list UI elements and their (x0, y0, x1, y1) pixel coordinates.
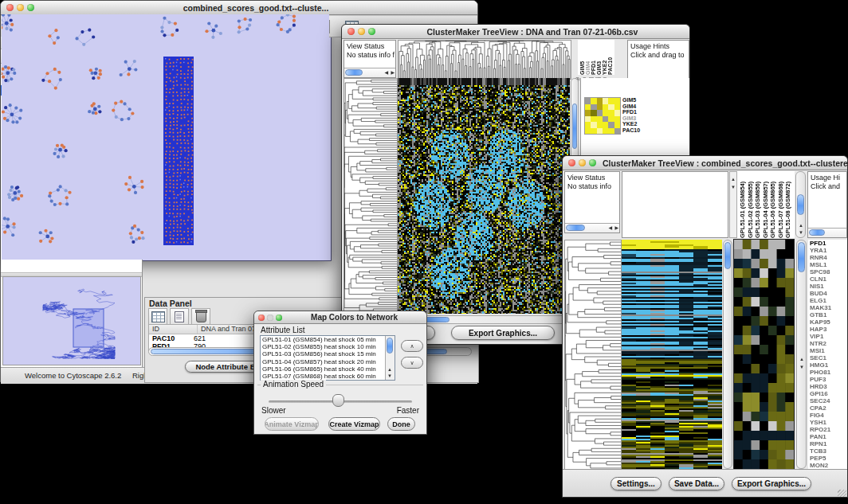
network-overview-panel[interactable] (2, 276, 141, 365)
view-status-text: No status info (567, 182, 611, 190)
treeview-action-button[interactable]: Settings... (610, 477, 662, 490)
genelist-vscrollbar[interactable]: ▲ ▼ (796, 240, 807, 469)
attribute-item[interactable]: GPL51-07 (GSM868) heat shock 60 min (261, 373, 395, 380)
attribute-item[interactable]: GPL51-02 (GSM855) heat shock 10 min (261, 343, 395, 350)
scroll-up-icon[interactable]: ▲ (799, 357, 804, 362)
minimize-button[interactable] (267, 315, 273, 321)
scroll-up-icon[interactable]: ▲ (731, 177, 736, 182)
network-overview-canvas[interactable] (3, 277, 139, 363)
new-attribute-button[interactable] (170, 308, 189, 326)
scroll-right-icon[interactable]: ▶ (614, 225, 618, 231)
status-scrollbar[interactable]: ◀ ▶ (565, 223, 619, 232)
minimize-button[interactable] (358, 28, 365, 35)
dialog-title: Map Colors to Network (282, 313, 426, 322)
scroll-right-icon[interactable]: ▶ (391, 70, 395, 76)
treeview-action-button[interactable]: Export Graphics... (451, 326, 555, 340)
zoom-button[interactable] (276, 315, 282, 321)
attribute-item[interactable]: GPL51-01 (GSM854) heat shock 05 min (261, 336, 395, 343)
close-button[interactable] (258, 315, 265, 321)
matrix-cell (608, 128, 614, 135)
matrix-cell (603, 122, 608, 128)
zoom-button[interactable] (368, 28, 375, 35)
hints-scrollbar[interactable] (808, 228, 846, 237)
matrix-cell (591, 122, 596, 128)
scroll-up-icon[interactable]: ▲ (799, 223, 803, 229)
view-status-panel: View Status No status info f ◀ ▶ (344, 40, 396, 78)
matrix-cell (603, 104, 608, 111)
column-dendrogram[interactable] (398, 40, 571, 80)
gene-label: GIM3 (622, 115, 640, 122)
scroll-down-icon[interactable]: ▼ (799, 365, 804, 370)
id-column-header[interactable]: ID (149, 325, 198, 334)
attribute-listbox[interactable]: GPL51-01 (GSM854) heat shock 05 minGPL51… (260, 335, 395, 381)
matrix-cell (591, 98, 596, 104)
status-scrollbar[interactable]: ◀ ▶ (344, 68, 395, 77)
gene-label: GIM5 (622, 97, 640, 104)
attribute-select-button[interactable] (148, 308, 167, 326)
minimize-button[interactable] (579, 159, 586, 166)
delete-attribute-button[interactable] (191, 308, 210, 326)
dialog-title-bar[interactable]: Map Colors to Network (254, 311, 426, 324)
column-labels-panel: GIM5GIM4PFD1GIM3YKE2PAC10 (578, 40, 614, 75)
scrollbar-thumb[interactable] (566, 225, 585, 231)
heatmap-canvas[interactable] (622, 240, 722, 469)
treeview-action-button[interactable]: Export Graphics... (732, 477, 811, 490)
scroll-down-icon[interactable]: ▼ (731, 185, 736, 190)
usage-hints-text: Click and (811, 182, 840, 190)
minimize-button[interactable] (17, 4, 24, 11)
scroll-left-icon[interactable]: ◀ (384, 70, 388, 76)
zoom-heatmap-canvas[interactable] (734, 240, 794, 469)
speed-slider-thumb[interactable] (332, 394, 344, 407)
column-label: GPL51-06 (GSM865) (769, 171, 776, 238)
attribute-item[interactable]: GPL51-03 (GSM856) heat shock 15 min (261, 350, 395, 357)
attribute-item[interactable]: GPL51-04 (GSM857) heat shock 20 min (261, 358, 395, 365)
map-colors-dialog: Map Colors to Network Attribute List GPL… (253, 311, 427, 435)
list-scrollbar[interactable]: ▲ ▼ (385, 336, 395, 380)
close-button[interactable] (347, 28, 355, 35)
close-button[interactable] (568, 159, 575, 166)
move-up-button[interactable]: ∧ (401, 340, 423, 352)
matrix-cell (597, 128, 603, 135)
scrollbar-thumb[interactable] (809, 229, 825, 236)
scrollbar-thumb[interactable] (345, 69, 363, 76)
matrix-cell (614, 98, 620, 104)
scrollbar-thumb[interactable] (724, 242, 731, 269)
treeview1-title-bar[interactable]: ClusterMaker TreeView : DNA and Tran 07-… (342, 25, 689, 39)
zoom-button[interactable] (27, 4, 34, 11)
row-dendrogram[interactable] (344, 78, 398, 315)
usage-hints-label: Usage Hints (630, 42, 669, 50)
column-tree-area[interactable] (622, 171, 728, 238)
scroll-down-icon[interactable]: ▼ (799, 230, 803, 236)
column-label: GIM5 (579, 40, 585, 75)
scrollbar-thumb[interactable] (797, 194, 804, 215)
resize-grip[interactable] (838, 490, 846, 498)
attribute-list-label: Attribute List (261, 326, 305, 334)
scroll-left-icon[interactable]: ◀ (608, 225, 612, 231)
move-down-button[interactable]: ∨ (401, 357, 423, 369)
done-button[interactable]: Done (387, 417, 415, 431)
create-vizmap-button[interactable]: Create Vizmap (328, 417, 380, 431)
scrollbar-thumb[interactable] (798, 242, 805, 272)
matrix-cell (608, 116, 614, 123)
network-view-title-bar[interactable]: combined_scores_good.txt--cluste... (1, 1, 477, 15)
scroll-up-icon[interactable]: ▲ (387, 367, 392, 373)
scroll-down-icon[interactable]: ▼ (387, 373, 392, 379)
zoom-button[interactable] (589, 159, 596, 166)
new-document-icon (175, 311, 184, 322)
scrollbar-thumb[interactable] (572, 104, 577, 149)
view-status-text: No status info f (347, 51, 395, 59)
heatmap-vscrollbar[interactable] (723, 240, 732, 469)
labels-vscrollbar[interactable]: ▲ ▼ (795, 171, 806, 238)
heatmap-canvas[interactable] (398, 78, 570, 314)
treeview2-title-bar[interactable]: ClusterMaker TreeView : combined_scores_… (563, 156, 847, 170)
matrix-cell (597, 122, 603, 128)
close-button[interactable] (6, 4, 14, 11)
treeview-action-button[interactable]: Save Data... (669, 477, 724, 490)
scrollbar-thumb[interactable] (387, 338, 393, 354)
cluster-zoom-heatmap[interactable] (584, 97, 621, 135)
matrix-cell (608, 110, 614, 116)
row-dendrogram[interactable] (564, 240, 622, 471)
attribute-item[interactable]: GPL51-06 (GSM865) heat shock 40 min (261, 365, 395, 373)
network-canvas[interactable] (2, 14, 329, 260)
label-scroll-strip[interactable]: ▲ ▼ (729, 171, 737, 238)
